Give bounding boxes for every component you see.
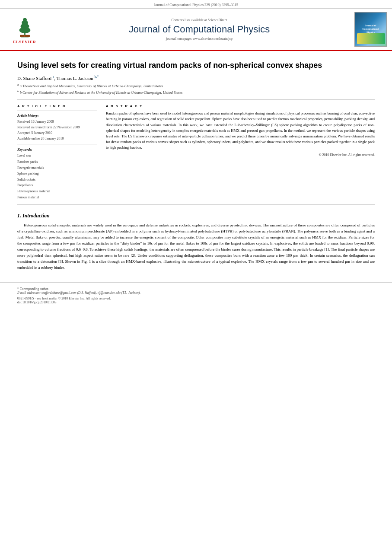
- received-revised-date: Received in revised form 22 November 200…: [17, 125, 97, 131]
- abstract-text: Random packs of spheres have been used t…: [106, 111, 375, 150]
- keyword-level-sets: Level sets: [17, 153, 97, 159]
- introduction-section-title: 1. Introduction: [17, 213, 375, 219]
- elsevier-logo: ELSEVIER: [5, 15, 44, 44]
- keyword-sphere-packing: Sphere packing: [17, 171, 97, 177]
- footer: * Corresponding author. E-mail addresses…: [0, 282, 392, 308]
- keyword-porous-material: Porous material: [17, 194, 97, 201]
- article-history-label: Article history:: [17, 114, 97, 118]
- main-content: Using level sets for creating virtual ra…: [0, 51, 392, 282]
- elsevier-brand-text: ELSEVIER: [13, 40, 36, 44]
- accepted-date: Accepted 5 January 2010: [17, 131, 97, 136]
- article-title: Using level sets for creating virtual ra…: [17, 61, 375, 70]
- body-divider: [17, 204, 375, 205]
- keywords-label: Keywords:: [17, 148, 97, 152]
- sciencedirect-line: Contents lists available at ScienceDirec…: [48, 18, 350, 22]
- available-online-date: Available online 20 January 2010: [17, 136, 97, 142]
- journal-main-title: Journal of Computational Physics: [48, 24, 350, 35]
- copyright-line: © 2010 Elsevier Inc. All rights reserved…: [106, 153, 375, 157]
- journal-citation-bar: Journal of Computational Physics 229 (20…: [0, 0, 392, 9]
- journal-title-block: Contents lists available at ScienceDirec…: [44, 18, 354, 41]
- article-info-abstract-section: A R T I C L E I N F O Article history: R…: [17, 104, 375, 200]
- keyword-energetic-materials: Energetic materials: [17, 165, 97, 171]
- authors-line: D. Shane Stafford a, Thomas L. Jackson b…: [17, 75, 375, 81]
- corresponding-note: * Corresponding author. E-mail addresses…: [17, 287, 375, 295]
- header-divider: [17, 99, 375, 100]
- journal-homepage: journal homepage: www.elsevier.com/locat…: [48, 37, 350, 41]
- introduction-body: Heterogeneous solid energetic materials …: [17, 223, 375, 271]
- abstract-column: A B S T R A C T Random packs of spheres …: [106, 104, 375, 200]
- article-info-label: A R T I C L E I N F O: [17, 104, 97, 108]
- article-info-column: A R T I C L E I N F O Article history: R…: [17, 104, 97, 200]
- received-date: Received 16 January 2009: [17, 119, 97, 125]
- affiliations: a a Theoretical and Applied Mechanics, U…: [17, 83, 375, 95]
- keyword-heterogeneous-material: Heterogeneous material: [17, 188, 97, 194]
- keyword-random-packs: Random packs: [17, 159, 97, 165]
- page: Journal of Computational Physics 229 (20…: [0, 0, 392, 535]
- keyword-solid-rockets: Solid rockets: [17, 177, 97, 183]
- journal-thumbnail-text: Journal ofComputationalPhysics: [361, 23, 380, 35]
- journal-header: ELSEVIER Contents lists available at Sci…: [0, 9, 392, 51]
- elsevier-tree-icon: [13, 15, 37, 39]
- abstract-label: A B S T R A C T: [106, 104, 375, 108]
- issn-line: 0021-9991/$ – see front matter © 2010 El…: [17, 296, 375, 304]
- keyword-propellants: Propellants: [17, 182, 97, 188]
- svg-point-5: [22, 18, 26, 22]
- keywords-divider: [17, 144, 97, 144]
- introduction-paragraph-1: Heterogeneous solid energetic materials …: [17, 223, 375, 271]
- article-info-divider: [17, 111, 97, 111]
- journal-citation: Journal of Computational Physics 229 (20…: [154, 3, 238, 7]
- journal-thumbnail: Journal ofComputationalPhysics: [354, 12, 387, 47]
